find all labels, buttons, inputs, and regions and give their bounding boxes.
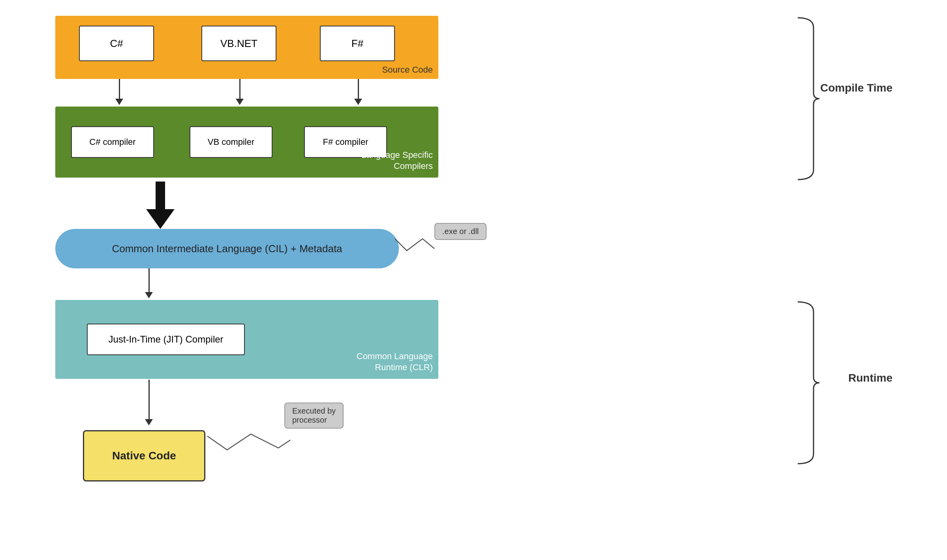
clr-section: Just-In-Time (JIT) Compiler Common Langu… — [55, 300, 438, 379]
brace-runtime-icon — [790, 300, 821, 466]
executed-callout-label: Executed by processor — [292, 406, 336, 424]
comp-vb-box: VB compiler — [190, 126, 272, 158]
thick-arrow-compilers-cil — [146, 182, 175, 229]
compile-time-label: Compile Time — [820, 81, 893, 95]
source-code-section: C# VB.NET F# Source Code — [55, 16, 438, 79]
arrow-line — [119, 79, 120, 99]
lang-fsharp-box: F# — [320, 26, 395, 61]
runtime-label: Runtime — [848, 371, 893, 385]
exe-callout-label: .exe or .dll — [442, 227, 479, 236]
arrow-vb-down — [236, 79, 244, 105]
executed-callout-box: Executed by processor — [284, 403, 344, 429]
arrow-fsharp-down — [354, 79, 362, 105]
lang-csharp-box: C# — [79, 26, 154, 61]
arrow-head — [115, 99, 123, 105]
arrow-head — [236, 99, 244, 105]
native-code-box: Native Code — [83, 430, 205, 481]
diagram-container: C# VB.NET F# Source Code C# compiler VB … — [32, 8, 900, 553]
arrow-line — [358, 79, 359, 99]
zigzag-exe-icon — [395, 235, 442, 255]
lang-csharp-label: C# — [110, 37, 123, 50]
thick-arrow-line — [156, 182, 165, 209]
thick-arrow-head — [146, 209, 175, 229]
arrow-clr-native — [145, 380, 153, 425]
comp-csharp-label: C# compiler — [89, 137, 135, 147]
arrow-head — [145, 419, 153, 425]
arrow-line — [148, 268, 150, 292]
arrow-head — [145, 292, 153, 298]
cil-section: Common Intermediate Language (CIL) + Met… — [55, 229, 399, 268]
brace-compile-time-icon — [790, 16, 821, 182]
comp-fsharp-label: F# compiler — [323, 137, 368, 147]
clr-section-label: Common LanguageRuntime (CLR) — [357, 351, 433, 373]
arrow-line — [239, 79, 241, 99]
source-code-label: Source Code — [382, 65, 433, 75]
native-code-label: Native Code — [112, 449, 176, 462]
compiler-section-label: Language SpecificCompilers — [361, 150, 433, 172]
lang-vbnet-label: VB.NET — [220, 37, 257, 50]
comp-csharp-box: C# compiler — [71, 126, 154, 158]
arrow-cil-clr — [145, 268, 153, 298]
arrow-head — [354, 99, 362, 105]
cil-label: Common Intermediate Language (CIL) + Met… — [112, 243, 342, 255]
arrow-csharp-down — [115, 79, 123, 105]
jit-label: Just-In-Time (JIT) Compiler — [108, 334, 223, 345]
comp-vb-label: VB compiler — [208, 137, 255, 147]
jit-box: Just-In-Time (JIT) Compiler — [87, 324, 245, 355]
lang-fsharp-label: F# — [351, 37, 363, 50]
zigzag-executed-icon — [207, 430, 294, 454]
lang-vbnet-box: VB.NET — [201, 26, 276, 61]
arrow-line — [148, 380, 150, 419]
compiler-section: C# compiler VB compiler F# compiler Lang… — [55, 107, 438, 178]
